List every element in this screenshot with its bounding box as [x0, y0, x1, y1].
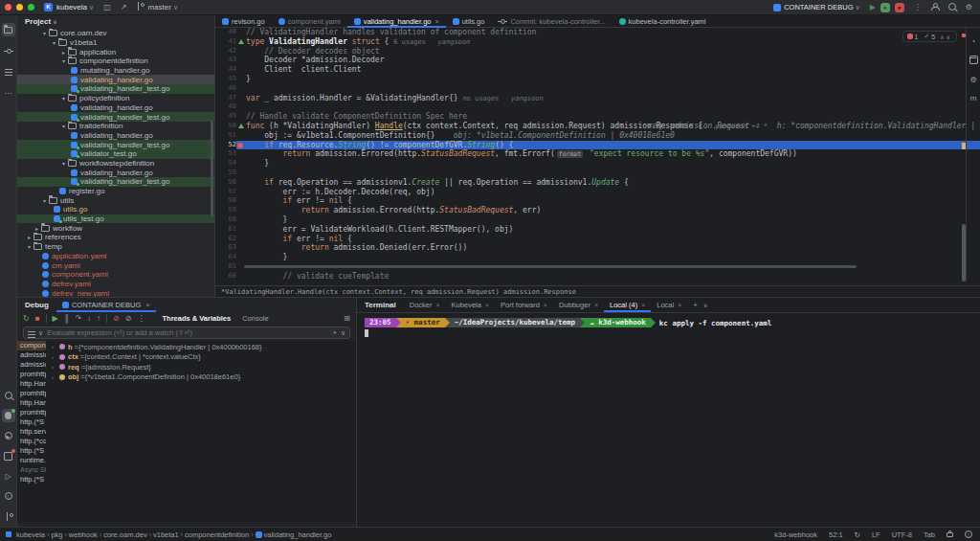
- chevron-right-icon[interactable]: ›: [52, 374, 59, 380]
- tree-file-validating_handler_test.go[interactable]: validating_handler_test.go: [17, 177, 214, 187]
- close-icon[interactable]: ×: [145, 301, 149, 309]
- tree-folder-v1beta1[interactable]: ▾v1beta1: [17, 38, 214, 48]
- debug-run-icon[interactable]: ▶: [870, 3, 876, 11]
- chevron-icon[interactable]: ▾: [59, 160, 68, 167]
- step-over-icon[interactable]: ↷: [75, 314, 81, 323]
- chevron-icon[interactable]: ▾: [59, 95, 68, 101]
- stack-frame[interactable]: promhttp: [17, 389, 46, 398]
- tree-folder-policydefinition[interactable]: ▾policydefinition: [17, 94, 214, 103]
- terminal-output[interactable]: 23:05⚡ master~/IdeaProjects/kubevela/tem…: [357, 313, 980, 344]
- stack-frame[interactable]: http.(*S: [17, 475, 46, 485]
- search-icon[interactable]: [948, 3, 956, 12]
- run-icon[interactable]: ▷: [2, 469, 15, 483]
- chevron-icon[interactable]: ▾: [59, 123, 68, 129]
- project-panel-header[interactable]: Project ∨: [17, 15, 214, 29]
- notifications-icon[interactable]: !: [965, 530, 972, 539]
- tree-file-register.go[interactable]: register.go: [17, 187, 214, 196]
- tree-file-cm.yaml[interactable]: cm.yaml: [17, 260, 214, 270]
- stack-frame[interactable]: Async Sta: [17, 465, 46, 475]
- close-icon[interactable]: ×: [436, 302, 440, 308]
- stack-frame[interactable]: http.Han: [17, 398, 46, 408]
- debug-session-tab[interactable]: CONTAINER DEBUG ×: [56, 298, 156, 312]
- variable-row-req[interactable]: ›req = {admission.Request}: [52, 362, 356, 372]
- tree-folder-workflow[interactable]: ▸workflow: [17, 223, 214, 233]
- tree-file-validating_handler.go[interactable]: validating_handler.go: [17, 103, 214, 113]
- editor-tab-kubevela-controller.yaml[interactable]: kubevela-controller.yaml: [612, 15, 713, 27]
- step-out-icon[interactable]: ↑: [97, 314, 100, 323]
- next-prev-icons[interactable]: ∧∨: [940, 34, 952, 40]
- tree-file-defrev.yaml[interactable]: defrev.yaml: [17, 280, 214, 289]
- stack-frame[interactable]: http.(*S: [17, 417, 46, 427]
- terminal-tab-Local[interactable]: Local×: [651, 298, 687, 312]
- mute-breakpoints-icon[interactable]: ⊘: [125, 314, 132, 323]
- variable-row-h[interactable]: ›h = {*componentdefinition.ValidatingHan…: [52, 342, 356, 352]
- stack-frame[interactable]: admissio: [17, 360, 46, 370]
- editor-horizontal-scrollbar[interactable]: [244, 265, 857, 268]
- project-name[interactable]: kubevela: [56, 3, 87, 11]
- implemented-icon[interactable]: [238, 124, 244, 128]
- terminal-tab-Port forward[interactable]: Port forward×: [495, 298, 553, 312]
- close-icon[interactable]: ×: [544, 302, 547, 308]
- chevron-icon[interactable]: ▸: [33, 225, 41, 232]
- breadcrumb-item[interactable]: kubevela: [16, 530, 45, 539]
- tree-file-application.yaml[interactable]: application.yaml: [17, 252, 214, 261]
- tree-file-validating_handler_test.go[interactable]: validating_handler_test.go: [17, 84, 214, 94]
- project-folder-icon[interactable]: [2, 23, 15, 36]
- stack-frame[interactable]: promhttp: [17, 370, 46, 379]
- breadcrumb-item[interactable]: pkg: [51, 530, 62, 539]
- readonly-lock-icon[interactable]: [947, 530, 953, 539]
- kube-context-widget[interactable]: k3d-webhook: [774, 530, 817, 539]
- rerun-icon[interactable]: ↻: [23, 314, 30, 323]
- structure-icon[interactable]: [2, 65, 15, 79]
- git-branch-icon[interactable]: [2, 509, 15, 523]
- close-icon[interactable]: ×: [485, 302, 489, 308]
- database-icon[interactable]: [969, 56, 978, 66]
- layout-settings-icon[interactable]: ⊞: [344, 314, 350, 323]
- chevron-icon[interactable]: ▾: [59, 57, 68, 64]
- tree-folder-traitdefinition[interactable]: ▾traitdefinition: [17, 122, 214, 131]
- variable-row-obj[interactable]: ›obj = {*v1beta1.ComponentDefinition | 0…: [52, 372, 356, 383]
- editor-tab-utils.go[interactable]: utils.go: [446, 15, 492, 27]
- stack-frame[interactable]: promhttp: [17, 408, 46, 417]
- tree-file-validating_handler.go[interactable]: validating_handler.go: [17, 168, 214, 177]
- tree-folder-temp[interactable]: ▾temp: [17, 242, 214, 252]
- debug-tab-Console[interactable]: Console: [242, 314, 269, 323]
- sync-icon[interactable]: ↻: [855, 530, 860, 539]
- git-branch-widget[interactable]: master: [147, 3, 170, 11]
- tree-file-validating_handler_test.go[interactable]: validating_handler_test.go: [17, 112, 214, 122]
- stack-frame[interactable]: compone: [17, 341, 46, 350]
- implemented-icon[interactable]: [238, 39, 244, 44]
- close-icon[interactable]: ×: [594, 302, 598, 308]
- tree-file-utils_test.go[interactable]: utils_test.go: [17, 214, 214, 224]
- run-config-name[interactable]: CONTAINER DEBUG: [784, 3, 853, 11]
- chevron-right-icon[interactable]: ›: [52, 344, 59, 349]
- debug-tab-Threads & Variables[interactable]: Threads & Variables: [162, 314, 231, 323]
- search-icon[interactable]: [2, 389, 15, 402]
- chevron-right-icon[interactable]: ›: [52, 354, 59, 360]
- tree-file-validating_handler_test.go[interactable]: validating_handler_test.go: [17, 140, 214, 149]
- editor-tab-component.yaml[interactable]: component.yaml: [272, 15, 347, 27]
- tree-file-component.yaml[interactable]: component.yaml: [17, 270, 214, 280]
- notifications-icon[interactable]: ◔: [971, 37, 976, 46]
- terminal-tab-Dubbuger[interactable]: Dubbuger×: [553, 298, 604, 312]
- indent-widget[interactable]: Tab: [924, 530, 935, 539]
- tree-file-validating_handler.go[interactable]: validating_handler.go: [17, 75, 214, 84]
- debug-running-button[interactable]: ●: [880, 3, 890, 12]
- caret-position-widget[interactable]: 52:1: [829, 530, 843, 539]
- tree-folder-utils[interactable]: ▾utils: [17, 195, 214, 205]
- terminal-tab-Local (4)[interactable]: Local (4)×: [604, 298, 651, 312]
- run-anything-icon[interactable]: ▶: [2, 429, 15, 442]
- open-in-new-icon[interactable]: ↗: [121, 3, 127, 11]
- breadcrumb-item[interactable]: v1beta1: [153, 530, 179, 539]
- chevron-icon[interactable]: ▾: [40, 197, 49, 204]
- chevron-right-icon[interactable]: ›: [52, 364, 59, 370]
- window-icon[interactable]: ◫: [103, 3, 111, 11]
- maven-icon[interactable]: m: [970, 94, 977, 102]
- settings-gear-icon[interactable]: ⚙: [966, 3, 972, 11]
- macos-zoom-button[interactable]: [28, 4, 34, 11]
- inspections-widget[interactable]: 1 ✓5 ∧∨: [902, 31, 957, 42]
- macos-close-button[interactable]: [5, 4, 11, 11]
- editor-tab-Commit: kubevela-controller...[interactable]: Commit: kubevela-controller...: [491, 15, 612, 27]
- close-icon[interactable]: ×: [641, 302, 645, 308]
- chevron-icon[interactable]: ▾: [50, 39, 58, 46]
